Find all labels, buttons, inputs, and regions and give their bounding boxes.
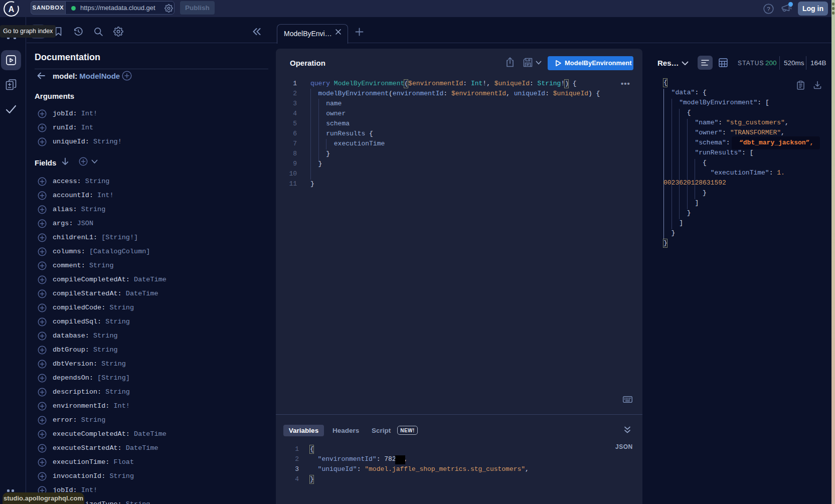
- svg-text:A: A: [9, 5, 15, 14]
- svg-text:?: ?: [767, 6, 770, 12]
